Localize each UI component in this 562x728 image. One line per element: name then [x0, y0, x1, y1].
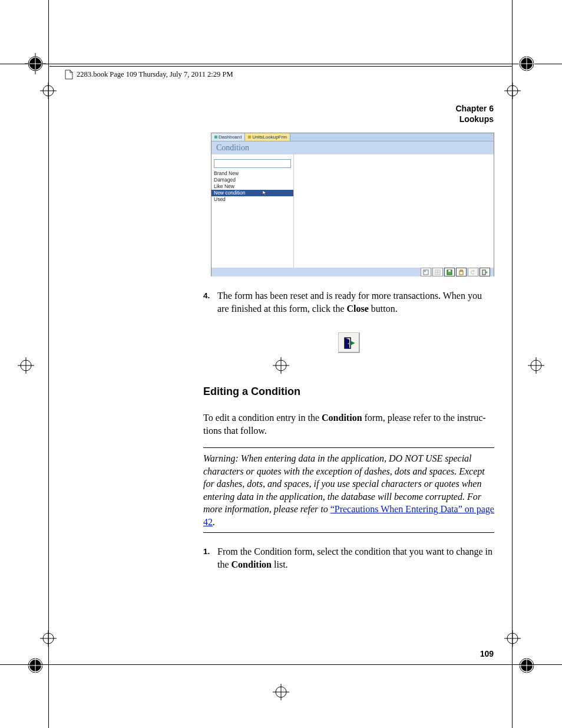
tab-units-lookup[interactable]: UnitsLookupFrm [245, 133, 290, 141]
warning-rule-bottom [203, 532, 494, 533]
tab-label: Dashboard [219, 134, 242, 140]
list-item-selected[interactable]: New condition [211, 190, 293, 196]
crop-rule-top [0, 64, 562, 64]
condition-form-screenshot: Dashboard UnitsLookupFrm Condition Brand… [211, 133, 494, 276]
running-header-text: 2283.book Page 109 Thursday, July 7, 201… [77, 70, 233, 79]
crop-rule-right [512, 0, 513, 728]
edit-button[interactable] [421, 268, 431, 276]
list-item[interactable]: Like New [211, 183, 293, 190]
crop-rule-bottom [0, 664, 562, 665]
chapter-header: Chapter 6 Lookups [455, 103, 494, 124]
step-4: 4. The form has been reset and is ready … [203, 289, 494, 315]
close-button-graphic [338, 332, 360, 353]
registration-mark-icon [25, 53, 46, 74]
step-text: list. [272, 559, 288, 569]
svg-rect-51 [460, 270, 462, 271]
list-panel: Brand New Damaged Like New New condition… [211, 154, 294, 268]
close-button[interactable] [480, 268, 490, 276]
header-rule [49, 66, 513, 67]
list-item[interactable]: Used [211, 196, 293, 203]
chapter-number: Chapter 6 [455, 103, 494, 114]
tab-bar: Dashboard UnitsLookupFrm [211, 133, 494, 141]
crop-rule-left [48, 0, 49, 728]
tab-dashboard[interactable]: Dashboard [211, 133, 245, 141]
step-text: button. [369, 304, 398, 314]
step-number: 1. [203, 546, 210, 557]
svg-rect-46 [424, 271, 426, 272]
new-button[interactable] [432, 268, 443, 276]
svg-point-54 [348, 343, 349, 344]
crosshair-icon [504, 630, 521, 647]
crosshair-icon [504, 83, 521, 99]
para-text: To edit a condition entry in the [203, 413, 322, 423]
page-number: 109 [480, 649, 494, 658]
undo-button[interactable] [468, 268, 478, 276]
registration-mark-icon [516, 53, 537, 74]
cursor-icon [263, 190, 267, 196]
condition-list[interactable]: Brand New Damaged Like New New condition… [211, 170, 293, 203]
condition-label: Condition [232, 559, 272, 569]
step-1: 1. From the Condition form, select the c… [203, 545, 494, 571]
door-exit-icon [343, 337, 356, 350]
running-header: 2283.book Page 109 Thursday, July 7, 201… [65, 70, 233, 80]
form-toolbar [211, 268, 494, 276]
detail-panel [294, 154, 494, 268]
tab-dot-icon [214, 136, 217, 139]
chapter-title: Lookups [455, 114, 494, 124]
list-item[interactable]: Damaged [211, 177, 293, 183]
form-title: Condition [211, 141, 494, 154]
crosshair-icon [273, 684, 289, 700]
crosshair-icon [40, 630, 57, 647]
warning-period: . [213, 517, 215, 527]
svg-rect-49 [448, 270, 451, 272]
save-button[interactable] [444, 268, 455, 276]
close-label: Close [346, 304, 368, 314]
svg-rect-50 [459, 271, 463, 275]
condition-label: Condition [322, 413, 362, 423]
page-icon [65, 70, 73, 80]
tab-label: UnitsLookupFrm [252, 134, 287, 140]
crosshair-icon [40, 83, 57, 99]
tab-dot-icon [248, 136, 251, 139]
registration-mark-icon [516, 655, 537, 676]
delete-button[interactable] [456, 268, 467, 276]
filter-input[interactable] [214, 159, 291, 168]
svg-rect-52 [482, 270, 485, 275]
section-heading: Editing a Condition [203, 386, 300, 398]
step-number: 4. [203, 291, 210, 301]
list-item-label: New condition [214, 190, 245, 196]
list-item[interactable]: Brand New [211, 170, 293, 177]
warning-block: Warning: When entering data in the appli… [203, 447, 494, 533]
registration-mark-icon [25, 655, 46, 676]
crosshair-icon [273, 357, 289, 374]
crosshair-icon [18, 357, 34, 374]
crosshair-icon [528, 357, 544, 374]
warning-lead: Warning: [203, 453, 241, 463]
intro-paragraph: To edit a condition entry in the Conditi… [203, 411, 494, 437]
